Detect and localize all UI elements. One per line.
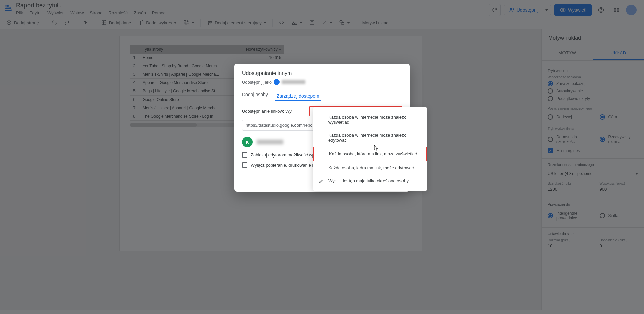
link-sharing-label: Udostępnianie linków: Wył. [242,109,294,114]
dropdown-option-public-view[interactable]: Każda osoba w internecie może znaleźć i … [313,111,427,129]
modal-overlay[interactable]: Udostępnianie innym Udostępnij jako Doda… [0,0,644,314]
mouse-cursor-icon [373,145,379,152]
dropdown-option-off[interactable]: Wył. – dostęp mają tylko określone osoby [313,174,427,187]
modal-tab-manage-access[interactable]: Zarządzaj dostępem [275,92,321,101]
share-as-name [282,80,305,84]
dropdown-option-public-edit[interactable]: Każda osoba w internecie może znaleźć i … [313,129,427,147]
modal-tabs: Dodaj osoby Zarządzaj dostępem [234,87,410,101]
dropdown-option-link-view[interactable]: Każda osoba, która ma link, może wyświet… [313,147,427,161]
share-as-avatar [274,79,280,85]
link-sharing-dropdown: Każda osoba w internecie może znaleźć i … [313,107,427,191]
share-modal: Udostępnianie innym Udostępnij jako Doda… [234,64,410,192]
modal-title: Udostępnianie innym [242,70,402,76]
user-avatar-letter: K [242,137,253,147]
dropdown-option-link-edit[interactable]: Każda osoba, która ma link, może edytowa… [313,161,427,174]
modal-tab-add-people[interactable]: Dodaj osoby [242,92,268,101]
share-as-row: Udostępnij jako [242,79,402,85]
user-name [257,140,283,144]
checkmark-icon [318,178,324,184]
